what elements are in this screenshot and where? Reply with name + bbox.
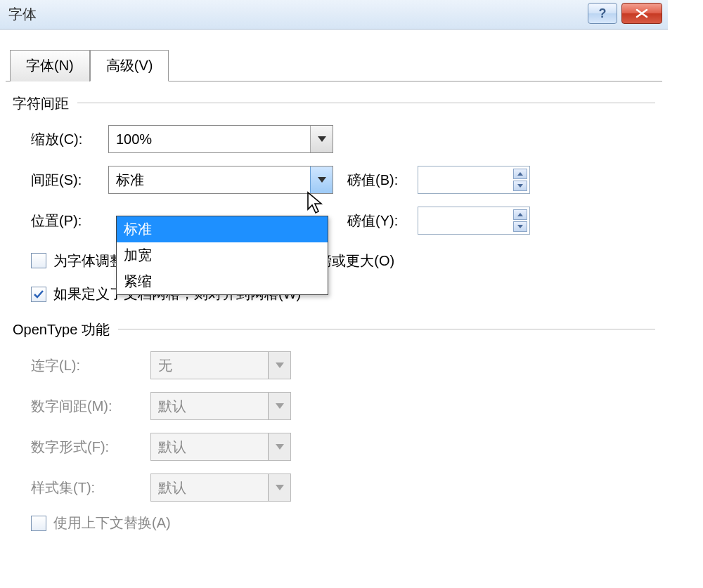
row-style-set: 样式集(T): 默认	[31, 473, 655, 502]
combo-style-set: 默认	[150, 473, 291, 502]
combo-scale-value: 100%	[109, 126, 310, 152]
row-ligature: 连字(L): 无	[31, 351, 655, 380]
combo-scale[interactable]: 100%	[108, 125, 333, 153]
spinner-up-button[interactable]	[513, 169, 527, 179]
fieldset-opentype: OpenType 功能 连字(L): 无 数字间距(M): 默认	[13, 320, 655, 533]
chevron-down-icon	[517, 225, 523, 228]
label-kern-unit: 磅或更大(O)	[318, 251, 394, 270]
combo-spacing-button[interactable]	[310, 166, 333, 193]
tab-advanced[interactable]: 高级(V)	[90, 50, 169, 81]
combo-ligature: 无	[150, 351, 291, 379]
combo-style-set-value: 默认	[151, 474, 268, 501]
chevron-down-icon	[276, 403, 284, 409]
chevron-up-icon	[517, 213, 523, 216]
chevron-down-icon	[276, 485, 284, 490]
titlebar-buttons: ?	[588, 3, 662, 24]
combo-num-form-value: 默认	[151, 433, 268, 460]
combo-num-form: 默认	[150, 433, 291, 461]
combo-num-spacing-value: 默认	[151, 393, 268, 419]
checkbox-context[interactable]	[31, 516, 46, 531]
combo-style-set-button	[268, 474, 290, 501]
spinner-pt-b[interactable]	[418, 166, 530, 194]
label-context: 使用上下文替换(A)	[53, 514, 171, 533]
chevron-down-icon	[276, 362, 284, 368]
dropdown-item-condense[interactable]: 紧缩	[117, 268, 328, 294]
label-scale: 缩放(C):	[31, 130, 108, 149]
spinner-down-button[interactable]	[513, 181, 527, 191]
tab-panel-advanced: 字符间距 缩放(C): 100% 间距(S): 标准	[6, 81, 662, 533]
section-opentype-label: OpenType 功能	[13, 320, 115, 339]
chevron-down-icon	[318, 136, 326, 142]
label-style-set: 样式集(T):	[31, 478, 150, 497]
checkbox-snap[interactable]	[31, 287, 46, 302]
font-dialog: 字体 ? 字体(N) 高级(V) 字符间距 缩放(C): 100%	[0, 0, 668, 588]
label-num-form: 数字形式(F):	[31, 438, 150, 457]
row-num-spacing: 数字间距(M): 默认	[31, 391, 655, 421]
chevron-down-icon	[517, 184, 523, 188]
dropdown-item-standard[interactable]: 标准	[117, 216, 328, 242]
label-pt-y: 磅值(Y):	[347, 211, 418, 230]
combo-spacing-value: 标准	[109, 166, 310, 193]
row-scale: 缩放(C): 100%	[31, 124, 655, 154]
combo-num-form-button	[268, 433, 290, 460]
label-num-spacing: 数字间距(M):	[31, 397, 150, 416]
dialog-title: 字体	[8, 5, 37, 24]
section-spacing-label: 字符间距	[13, 94, 75, 113]
row-num-form: 数字形式(F): 默认	[31, 432, 655, 462]
checkbox-kerning[interactable]	[31, 253, 46, 268]
combo-scale-button[interactable]	[310, 126, 333, 152]
combo-ligature-button	[268, 352, 290, 379]
chevron-down-icon	[318, 177, 326, 183]
close-button[interactable]	[621, 3, 662, 24]
tabs: 字体(N) 高级(V)	[10, 49, 668, 81]
chevron-up-icon	[517, 172, 523, 176]
spinner-up-button[interactable]	[513, 209, 527, 220]
help-button[interactable]: ?	[588, 3, 617, 24]
tab-font[interactable]: 字体(N)	[10, 50, 90, 81]
titlebar: 字体 ?	[0, 0, 668, 30]
row-context: 使用上下文替换(A)	[31, 514, 655, 533]
label-ligature: 连字(L):	[31, 356, 150, 375]
dropdown-spacing[interactable]: 标准 加宽 紧缩	[116, 216, 328, 295]
dropdown-item-expand[interactable]: 加宽	[117, 242, 328, 268]
label-position: 位置(P):	[31, 211, 108, 230]
fieldset-spacing: 字符间距 缩放(C): 100% 间距(S): 标准	[13, 94, 655, 303]
close-icon	[636, 8, 648, 18]
label-spacing: 间距(S):	[31, 171, 108, 190]
combo-ligature-value: 无	[151, 352, 268, 379]
spinner-pt-b-value	[418, 166, 511, 193]
spinner-pt-y-value	[418, 207, 511, 234]
combo-num-spacing-button	[268, 393, 290, 419]
combo-spacing[interactable]: 标准	[108, 166, 333, 194]
spinner-down-button[interactable]	[513, 221, 527, 232]
label-pt-b: 磅值(B):	[347, 171, 418, 190]
check-icon	[33, 289, 44, 299]
combo-num-spacing: 默认	[150, 392, 291, 420]
chevron-down-icon	[276, 444, 284, 450]
help-icon: ?	[599, 6, 607, 21]
row-spacing: 间距(S): 标准 磅值(B):	[31, 165, 655, 195]
spinner-pt-y[interactable]	[418, 207, 530, 235]
